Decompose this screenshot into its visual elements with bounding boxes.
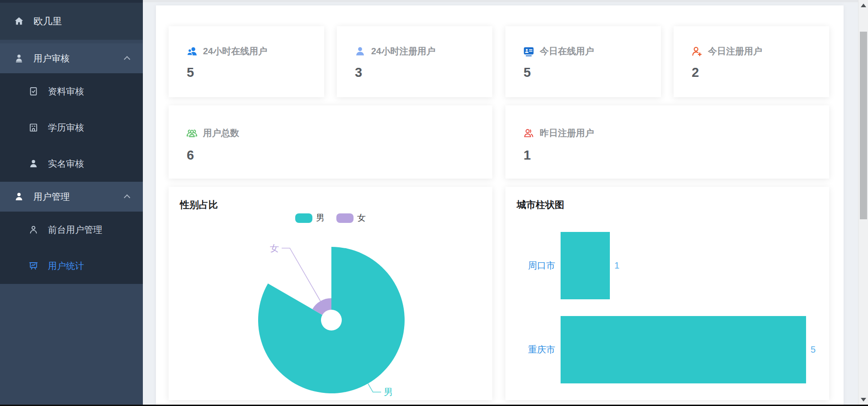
- stat-value: 1: [524, 148, 531, 163]
- stat-card-online-24h: 24小时在线用户 5: [169, 26, 324, 97]
- bar-category-label: 重庆市: [505, 344, 555, 356]
- stat-value: 5: [524, 65, 531, 80]
- submenu-user-audit: 资料审核 学历审核 实名审核: [0, 73, 143, 182]
- stat-label: 今日注册用户: [708, 45, 762, 57]
- sidebar-item-profile-audit[interactable]: 资料审核: [0, 73, 143, 109]
- stat-card-yesterday-registered: 昨日注册用户 1: [505, 105, 829, 179]
- stat-card-total-users: 用户总数 6: [169, 105, 492, 179]
- document-check-icon: [28, 86, 39, 97]
- sidebar-item-label: 用户统计: [48, 260, 84, 272]
- pie-label-line-男: [368, 383, 381, 392]
- submenu-user-management: 前台用户管理 用户统计: [0, 212, 143, 284]
- main-content: 24小时在线用户 5 24小时注册用户 3: [156, 5, 844, 406]
- sidebar-item-realname-audit[interactable]: 实名审核: [0, 146, 143, 182]
- arrow-up-icon: [861, 4, 866, 7]
- school-building-icon: [28, 122, 39, 133]
- bar-周口市[interactable]: [561, 232, 610, 299]
- sidebar-item-label: 学历审核: [48, 122, 84, 134]
- stat-card-today-registered: 今日注册用户 2: [674, 26, 829, 97]
- stat-card-today-online: 今日在线用户 5: [505, 26, 661, 97]
- stat-label: 24小时在线用户: [203, 45, 267, 57]
- stat-value: 2: [692, 65, 699, 80]
- yesterday-registered-users-icon: [523, 127, 535, 139]
- content-top-border: [143, 0, 858, 2]
- gender-pie-chart: 男女: [169, 187, 492, 400]
- sidebar-item-label: 前台用户管理: [48, 224, 102, 236]
- bar-重庆市[interactable]: [561, 316, 806, 383]
- pie-label-男: 男: [384, 387, 393, 397]
- sidebar-item-label: 用户管理: [33, 191, 70, 203]
- person-icon: [28, 158, 39, 169]
- registered-users-24h-icon: [354, 45, 366, 57]
- sidebar-item-education-audit[interactable]: 学历审核: [0, 109, 143, 146]
- stat-label: 今日在线用户: [540, 45, 594, 57]
- stat-label: 24小时注册用户: [371, 45, 435, 57]
- stat-card-registered-24h: 24小时注册用户 3: [337, 26, 492, 97]
- sidebar: 欧几里 用户审核 资料审核: [0, 0, 143, 406]
- chevron-up-icon: [124, 56, 130, 62]
- stat-label: 用户总数: [203, 127, 239, 139]
- pie-center-hole: [321, 310, 342, 330]
- sidebar-logo[interactable]: 欧几里: [0, 3, 143, 40]
- sidebar-item-user-management[interactable]: 用户管理: [0, 182, 143, 212]
- bar-category-label: 周口市: [505, 260, 555, 272]
- stat-value: 3: [355, 65, 362, 80]
- scroll-up-button[interactable]: [859, 1, 868, 10]
- today-registered-users-icon: [691, 45, 703, 57]
- bar-value-label: 5: [811, 345, 816, 355]
- gender-ratio-chart-card: 性别占比 男 女 男女: [169, 187, 492, 400]
- scroll-down-button[interactable]: [859, 395, 868, 404]
- sidebar-item-label: 用户审核: [33, 52, 70, 65]
- stat-value: 6: [187, 148, 194, 163]
- vertical-scrollbar[interactable]: [858, 0, 868, 406]
- pie-label-女: 女: [270, 243, 279, 253]
- sidebar-item-user-audit[interactable]: 用户审核: [0, 43, 143, 73]
- online-users-24h-icon: [186, 45, 198, 57]
- today-online-users-icon: [523, 45, 535, 57]
- stat-value: 5: [187, 65, 194, 80]
- chart-board-icon: [28, 260, 39, 271]
- app-window: 欧几里 用户审核 资料审核: [0, 0, 868, 406]
- city-bar-chart-card: 城市柱状图 周口市1重庆市5: [505, 187, 829, 400]
- arrow-down-icon: [861, 398, 866, 401]
- bar-value-label: 1: [614, 260, 619, 271]
- scrollbar-thumb[interactable]: [860, 32, 867, 219]
- app-title: 欧几里: [33, 15, 62, 28]
- stat-label: 昨日注册用户: [540, 127, 594, 139]
- bar-row-周口市: 周口市1: [505, 232, 829, 299]
- sidebar-item-user-statistics[interactable]: 用户统计: [0, 248, 143, 284]
- chevron-up-icon: [124, 194, 130, 201]
- sidebar-item-label: 实名审核: [48, 158, 84, 170]
- total-users-icon: [186, 127, 198, 139]
- city-bar-chart: 周口市1重庆市5: [505, 187, 829, 400]
- home-icon: [14, 16, 24, 27]
- user-audit-icon: [14, 53, 24, 64]
- sidebar-item-front-user-management[interactable]: 前台用户管理: [0, 212, 143, 248]
- person-outline-icon: [28, 224, 39, 235]
- sidebar-item-label: 资料审核: [48, 85, 84, 98]
- bar-row-重庆市: 重庆市5: [505, 316, 829, 383]
- user-icon: [14, 191, 24, 202]
- pie-label-line-女: [282, 248, 321, 301]
